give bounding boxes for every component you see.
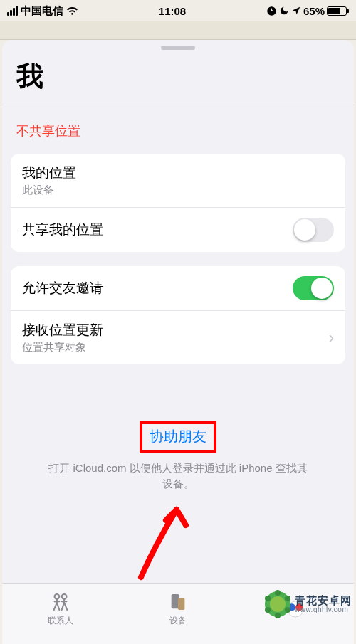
watermark-url: www.qhhlv.com (295, 606, 352, 614)
not-sharing-label: 不共享位置 (2, 105, 354, 154)
svg-point-1 (62, 593, 67, 598)
tab-people-label: 联系人 (48, 615, 73, 627)
share-location-switch[interactable] (293, 218, 334, 242)
carrier-label: 中国电信 (21, 4, 63, 18)
moon-icon (279, 6, 289, 16)
tab-devices[interactable]: 设备 (120, 584, 237, 644)
devices-icon (166, 591, 190, 613)
alarm-icon (266, 6, 277, 16)
wifi-icon (66, 6, 78, 16)
tab-devices-label: 设备 (169, 615, 187, 627)
my-location-label: 我的位置 (22, 164, 334, 182)
allow-friend-label: 允许交友邀请 (22, 279, 293, 297)
watermark-logo-icon (263, 590, 292, 618)
svg-rect-3 (178, 598, 184, 610)
location-icon (291, 6, 301, 16)
svg-point-11 (285, 607, 290, 613)
signal-icon (7, 6, 18, 16)
arrow-annotation (123, 495, 201, 581)
share-location-row[interactable]: 共享我的位置 (11, 207, 345, 252)
svg-point-8 (270, 596, 286, 612)
chevron-right-icon: › (329, 329, 334, 347)
battery-icon (327, 6, 349, 16)
assist-friend-link[interactable]: 协助朋友 (150, 427, 206, 446)
my-location-sub: 此设备 (22, 184, 334, 197)
assist-hint: 打开 iCloud.com 以便他人登录并通过此 iPhone 查找其设备。 (23, 460, 333, 492)
watermark: 青花安卓网 www.qhhlv.com (263, 590, 352, 618)
map-background (0, 21, 356, 40)
people-icon (48, 591, 73, 613)
svg-point-10 (285, 596, 290, 601)
status-bar: 中国电信 11:08 65% (0, 0, 356, 21)
friend-group: 允许交友邀请 接收位置更新 位置共享对象 › (11, 266, 345, 364)
svg-point-0 (55, 593, 60, 598)
svg-point-13 (265, 607, 271, 613)
allow-friend-switch[interactable] (293, 276, 334, 300)
share-location-label: 共享我的位置 (22, 221, 293, 239)
highlight-annotation: 协助朋友 (140, 421, 216, 453)
receive-update-label: 接收位置更新 (22, 321, 323, 339)
page-title: 我 (2, 54, 354, 105)
svg-point-9 (275, 590, 281, 596)
tab-people[interactable]: 联系人 (2, 584, 120, 644)
svg-point-12 (275, 613, 281, 618)
receive-update-sub: 位置共享对象 (22, 341, 323, 354)
battery-pct: 65% (303, 5, 325, 17)
sheet-grabber[interactable] (161, 46, 195, 50)
location-group: 我的位置 此设备 共享我的位置 (11, 154, 345, 252)
me-sheet: 我 不共享位置 我的位置 此设备 共享我的位置 允许交友邀请 接收位置更新 位置 (2, 40, 354, 644)
receive-update-row[interactable]: 接收位置更新 位置共享对象 › (11, 310, 345, 364)
watermark-title: 青花安卓网 (295, 595, 352, 606)
my-location-row[interactable]: 我的位置 此设备 (11, 154, 345, 207)
svg-point-14 (265, 596, 271, 601)
clock-label: 11:08 (159, 5, 186, 17)
allow-friend-row[interactable]: 允许交友邀请 (11, 266, 345, 310)
